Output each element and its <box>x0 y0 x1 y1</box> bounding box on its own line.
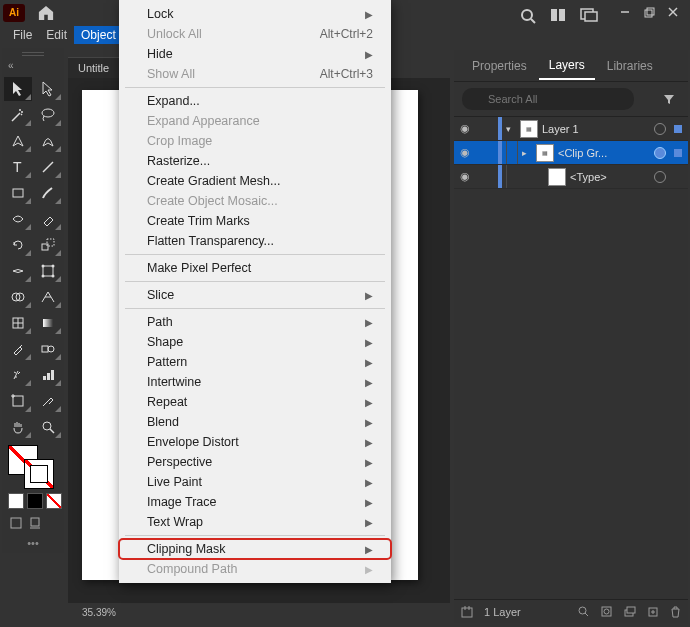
menu-item-expand[interactable]: Expand... <box>119 91 391 111</box>
direct-selection-tool[interactable] <box>34 77 62 101</box>
menu-object[interactable]: Object <box>74 26 123 44</box>
layer-row[interactable]: ◉ ▸ ▦ <Clip Gr... <box>454 141 688 165</box>
menu-item-pixel-perfect[interactable]: Make Pixel Perfect <box>119 258 391 278</box>
menu-item-path[interactable]: Path▶ <box>119 312 391 332</box>
layer-color-stripe <box>498 117 502 140</box>
shape-builder-tool[interactable] <box>4 285 32 309</box>
menu-separator <box>125 87 385 88</box>
shaper-tool[interactable] <box>4 207 32 231</box>
collapse-icon[interactable]: « <box>8 60 14 71</box>
line-tool[interactable] <box>34 155 62 179</box>
pen-tool[interactable] <box>4 129 32 153</box>
zoom-level[interactable]: 35.39% <box>82 607 116 618</box>
menu-item-perspective[interactable]: Perspective▶ <box>119 452 391 472</box>
restore-button[interactable] <box>638 2 660 22</box>
tab-layers[interactable]: Layers <box>539 52 595 80</box>
layer-row[interactable]: ◉ ▾ ▦ Layer 1 <box>454 117 688 141</box>
slice-tool[interactable] <box>34 389 62 413</box>
draw-mode-icon[interactable] <box>8 515 24 531</box>
disclosure-icon[interactable]: ▸ <box>522 148 532 158</box>
target-icon[interactable] <box>654 171 666 183</box>
eyedropper-tool[interactable] <box>4 337 32 361</box>
blend-tool[interactable] <box>34 337 62 361</box>
tab-libraries[interactable]: Libraries <box>597 53 663 79</box>
menu-item-image-trace[interactable]: Image Trace▶ <box>119 492 391 512</box>
none-mode[interactable] <box>46 493 62 509</box>
tab-properties[interactable]: Properties <box>462 53 537 79</box>
brush-tool[interactable] <box>34 181 62 205</box>
layers-search-input[interactable] <box>462 88 634 110</box>
new-layer-icon[interactable] <box>646 605 659 618</box>
menu-item-unlock-all: Unlock AllAlt+Ctrl+2 <box>119 24 391 44</box>
artboard-tool[interactable] <box>4 389 32 413</box>
visibility-icon[interactable]: ◉ <box>454 122 476 135</box>
locate-icon[interactable] <box>577 605 590 618</box>
layer-color-stripe <box>498 165 502 188</box>
lasso-tool[interactable] <box>34 103 62 127</box>
menu-item-text-wrap[interactable]: Text Wrap▶ <box>119 512 391 532</box>
graph-tool[interactable] <box>34 363 62 387</box>
document-tab[interactable]: Untitle <box>68 57 121 78</box>
curvature-tool[interactable] <box>34 129 62 153</box>
menu-item-clipping-mask[interactable]: Clipping Mask▶ <box>119 539 391 559</box>
target-icon[interactable] <box>654 123 666 135</box>
menu-file[interactable]: File <box>6 26 39 44</box>
zoom-tool[interactable] <box>34 415 62 439</box>
menu-item-hide[interactable]: Hide▶ <box>119 44 391 64</box>
fill-stroke-swatch[interactable] <box>4 445 62 489</box>
arrange-icon[interactable] <box>550 8 566 24</box>
screen-mode-icon[interactable] <box>27 515 43 531</box>
minimize-button[interactable] <box>614 2 636 22</box>
hand-tool[interactable] <box>4 415 32 439</box>
target-icon[interactable] <box>654 147 666 159</box>
edit-toolbar-icon[interactable]: ••• <box>4 537 62 549</box>
menu-item-trim-marks[interactable]: Create Trim Marks <box>119 211 391 231</box>
menu-item-gradient-mesh[interactable]: Create Gradient Mesh... <box>119 171 391 191</box>
home-icon[interactable] <box>37 5 55 21</box>
layer-name[interactable]: <Clip Gr... <box>558 147 650 159</box>
search-icon[interactable] <box>520 8 536 24</box>
symbol-sprayer-tool[interactable] <box>4 363 32 387</box>
gradient-tool[interactable] <box>34 311 62 335</box>
menu-item-compound-path[interactable]: Compound Path▶ <box>119 559 391 579</box>
menu-item-blend[interactable]: Blend▶ <box>119 412 391 432</box>
gradient-mode[interactable] <box>27 493 43 509</box>
delete-layer-icon[interactable] <box>669 605 682 618</box>
magic-wand-tool[interactable] <box>4 103 32 127</box>
new-sublayer-icon[interactable] <box>623 605 636 618</box>
perspective-tool[interactable] <box>34 285 62 309</box>
menu-item-live-paint[interactable]: Live Paint▶ <box>119 472 391 492</box>
menu-item-repeat[interactable]: Repeat▶ <box>119 392 391 412</box>
menu-item-intertwine[interactable]: Intertwine▶ <box>119 372 391 392</box>
eraser-tool[interactable] <box>34 207 62 231</box>
layer-name[interactable]: <Type> <box>570 171 650 183</box>
menu-item-envelope[interactable]: Envelope Distort▶ <box>119 432 391 452</box>
close-button[interactable] <box>662 2 684 22</box>
filter-icon[interactable] <box>658 92 680 106</box>
paste-remembers-icon[interactable] <box>460 605 474 619</box>
layer-name[interactable]: Layer 1 <box>542 123 650 135</box>
menu-item-rasterize[interactable]: Rasterize... <box>119 151 391 171</box>
menu-item-slice[interactable]: Slice▶ <box>119 285 391 305</box>
mesh-tool[interactable] <box>4 311 32 335</box>
rectangle-tool[interactable] <box>4 181 32 205</box>
disclosure-icon[interactable]: ▾ <box>506 124 516 134</box>
stroke-swatch[interactable] <box>24 459 54 489</box>
menu-item-lock[interactable]: Lock▶ <box>119 4 391 24</box>
rotate-tool[interactable] <box>4 233 32 257</box>
free-transform-tool[interactable] <box>34 259 62 283</box>
visibility-icon[interactable]: ◉ <box>454 146 476 159</box>
width-tool[interactable] <box>4 259 32 283</box>
layer-row[interactable]: ◉ <Type> <box>454 165 688 189</box>
type-tool[interactable]: T <box>4 155 32 179</box>
mask-icon[interactable] <box>600 605 613 618</box>
menu-item-pattern[interactable]: Pattern▶ <box>119 352 391 372</box>
selection-tool[interactable] <box>4 77 32 101</box>
menu-edit[interactable]: Edit <box>39 26 74 44</box>
visibility-icon[interactable]: ◉ <box>454 170 476 183</box>
menu-item-shape[interactable]: Shape▶ <box>119 332 391 352</box>
color-mode[interactable] <box>8 493 24 509</box>
scale-tool[interactable] <box>34 233 62 257</box>
workspace-icon[interactable] <box>580 8 598 24</box>
menu-item-flatten[interactable]: Flatten Transparency... <box>119 231 391 251</box>
